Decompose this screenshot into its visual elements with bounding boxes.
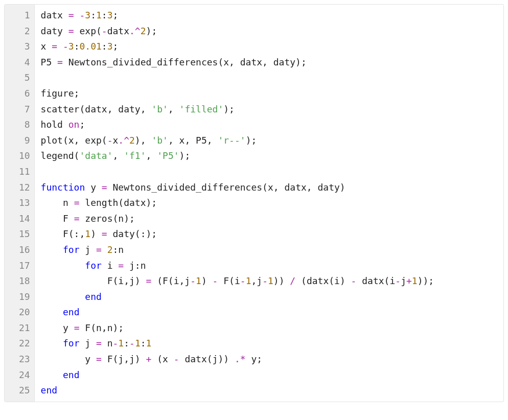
line-number: 7: [10, 102, 30, 118]
line-number: 15: [10, 226, 30, 242]
code-line: datx = -3:1:3;: [41, 8, 497, 24]
token-op: =: [96, 338, 102, 348]
token-plain: [41, 291, 85, 302]
token-num: 1: [268, 275, 273, 286]
line-number: 6: [10, 86, 30, 102]
token-num: 3: [107, 41, 113, 52]
code-line: daty = exp(-datx.^2);: [41, 24, 497, 39]
code-line: function y = Newtons_divided_differences…: [41, 180, 497, 196]
token-op: +: [406, 275, 412, 286]
token-kw: for: [85, 260, 102, 271]
token-plain: j:n: [124, 260, 146, 271]
token-plain: ): [201, 275, 213, 286]
token-str: 'f1': [124, 150, 146, 161]
token-plain: ): [90, 228, 102, 239]
token-kw: for: [63, 338, 80, 348]
token-op: =: [68, 10, 74, 20]
token-plain: daty: [41, 26, 68, 36]
token-plain: :: [74, 41, 80, 52]
token-plain: [57, 41, 63, 52]
token-num: 1: [96, 10, 102, 20]
code-line: end: [41, 305, 497, 320]
token-plain: x: [41, 41, 52, 52]
token-plain: ;: [113, 10, 119, 20]
token-str: 'r--': [218, 135, 245, 146]
token-plain: F: [41, 213, 74, 224]
line-number: 1: [10, 8, 30, 24]
token-op: =: [96, 354, 102, 364]
code-line: P5 = Newtons_divided_differences(x, datx…: [41, 55, 497, 71]
token-op: =: [102, 228, 107, 239]
line-number: 23: [10, 352, 30, 367]
line-number: 3: [10, 39, 30, 55]
code-line: hold on;: [41, 117, 497, 133]
token-op: -: [113, 338, 119, 348]
code-line: F = zeros(n);: [41, 211, 497, 227]
token-op: =: [68, 26, 74, 36]
token-plain: ,j: [251, 275, 262, 286]
token-plain: [41, 338, 63, 348]
token-num: 1: [146, 338, 152, 348]
code-line: end: [41, 383, 497, 399]
token-plain: ));: [418, 275, 434, 286]
token-num: 1: [85, 228, 90, 239]
token-plain: :: [141, 338, 146, 348]
token-plain: exp(: [74, 26, 102, 36]
token-kw: for: [63, 244, 80, 255]
token-plain: :n: [113, 244, 124, 255]
token-op: -: [63, 41, 68, 52]
token-plain: ;: [79, 119, 85, 130]
token-op: -: [395, 275, 401, 286]
token-num: 3: [107, 10, 113, 20]
token-plain: ),: [135, 135, 152, 146]
token-plain: daty(:);: [107, 228, 157, 239]
token-op: =: [102, 182, 107, 193]
token-kw: end: [63, 307, 80, 317]
token-op: -: [102, 26, 107, 36]
token-plain: j: [79, 244, 96, 255]
token-num: 2: [107, 244, 113, 255]
line-number: 12: [10, 180, 30, 196]
token-str: 'b': [151, 135, 168, 146]
token-plain: plot(x, exp(: [41, 135, 107, 146]
code-line: end: [41, 367, 497, 383]
token-op: =: [74, 197, 80, 208]
code-line: [41, 70, 497, 86]
code-block: 1234567891011121314151617181920212223242…: [4, 4, 504, 402]
line-number: 18: [10, 273, 30, 289]
code-line: figure;: [41, 86, 497, 102]
token-op: -: [174, 354, 179, 364]
token-op: -: [213, 275, 218, 286]
token-kw: end: [41, 385, 58, 395]
token-op: =: [146, 275, 152, 286]
token-plain: Newtons_divided_differences(x, datx, dat…: [63, 57, 307, 67]
token-plain: (x, datx, daty): [262, 182, 345, 193]
token-plain: n: [102, 338, 113, 348]
token-op: =: [74, 322, 80, 333]
token-plain: y: [41, 354, 96, 364]
token-op: -: [107, 135, 113, 146]
code-line: scatter(datx, daty, 'b', 'filled');: [41, 102, 497, 118]
line-number: 25: [10, 383, 30, 399]
token-plain: datx: [107, 26, 129, 36]
line-number: 22: [10, 336, 30, 352]
token-plain: :: [102, 10, 107, 20]
token-plain: F(i: [218, 275, 240, 286]
token-plain: , x, P5,: [168, 135, 218, 146]
token-op: =: [74, 213, 80, 224]
token-kw: function: [41, 182, 85, 193]
code-line: [41, 164, 497, 180]
line-number: 17: [10, 258, 30, 274]
token-op: on: [68, 119, 80, 130]
token-plain: zeros(n);: [79, 213, 134, 224]
token-plain: j: [401, 275, 406, 286]
token-plain: (F(i,j: [151, 275, 190, 286]
token-plain: (datx(i): [295, 275, 351, 286]
token-plain: [41, 260, 85, 271]
token-plain: );: [179, 150, 191, 161]
token-num: 0.01: [80, 41, 102, 52]
token-op: =: [57, 57, 63, 67]
code-line: end: [41, 289, 497, 305]
token-plain: [102, 244, 107, 255]
token-num: 2: [129, 135, 135, 146]
